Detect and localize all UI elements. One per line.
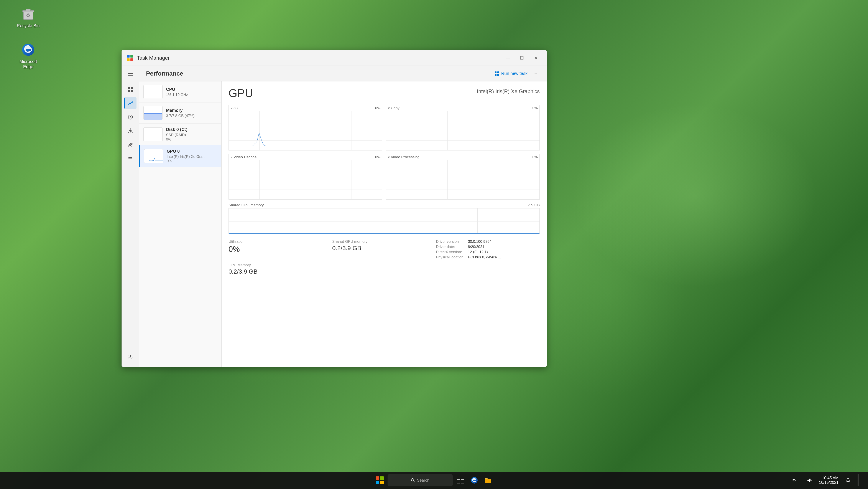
nav-history-icon[interactable] — [124, 111, 136, 123]
graph-vproc-pct: 0% — [532, 155, 538, 160]
nav-details-icon[interactable] — [124, 153, 136, 165]
mem-bar — [229, 233, 539, 234]
disk-sub2: 0% — [166, 137, 217, 142]
graph-copy-label: Copy — [391, 106, 400, 110]
task-manager-app-icon — [126, 54, 134, 62]
gpu-detail-panel: GPU Intel(R) Iris(R) Xe Graphics ∨ 3D 0% — [222, 81, 547, 367]
nav-startup-icon[interactable] — [124, 125, 136, 137]
maximize-button[interactable]: ☐ — [516, 53, 528, 63]
close-button[interactable]: ✕ — [529, 53, 542, 63]
graph-vdecode-label: Video Decode — [234, 155, 257, 160]
taskbar-explorer[interactable] — [482, 474, 494, 486]
svg-rect-10 — [128, 75, 133, 76]
info-grid: Driver version: 30.0.100.9864 Driver dat… — [436, 239, 540, 259]
graph-vdecode-pct: 0% — [375, 155, 380, 160]
svg-rect-7 — [127, 58, 129, 61]
graph-3d-pct: 0% — [375, 106, 380, 110]
driver-info: Driver version: 30.0.100.9864 Driver dat… — [436, 238, 540, 261]
utilization-stat: Utilization 0% — [228, 238, 332, 261]
device-item-gpu[interactable]: GPU 0 Intel(R) Iris(R) Xe Gra... 0% — [139, 145, 221, 167]
svg-rect-38 — [457, 481, 460, 484]
graph-video-processing: ∨ Video Processing 0% — [386, 154, 540, 200]
nav-settings-icon[interactable] — [124, 351, 136, 363]
svg-point-20 — [129, 143, 131, 145]
svg-rect-11 — [128, 77, 133, 77]
graph-3d: ∨ 3D 0% — [228, 105, 382, 150]
minimize-button[interactable]: — — [501, 53, 515, 63]
device-item-disk[interactable]: Disk 0 (C:) SSD (RAID) 0% — [139, 123, 221, 145]
svg-text:♻: ♻ — [26, 12, 30, 18]
svg-rect-2 — [26, 9, 30, 11]
network-icon[interactable] — [788, 474, 800, 486]
gpu-memory-label: GPU Memory — [228, 263, 540, 267]
desktop-icon-recycle-bin[interactable]: ♻ Recycle Bin — [13, 4, 43, 30]
desktop-icon-edge[interactable]: MicrosoftEdge — [13, 40, 43, 71]
shared-gpu-value: 0.2/3.9 GB — [332, 245, 436, 252]
shared-mem-max: 3.9 GB — [528, 203, 540, 207]
stats-grid: Utilization 0% Shared GPU memory 0.2/3.9… — [228, 238, 540, 261]
cpu-name: CPU — [166, 87, 217, 92]
svg-rect-15 — [131, 90, 133, 92]
gpu-model: Intel(R) Iris(R) Xe Graphics — [477, 88, 540, 94]
search-taskbar-icon[interactable]: Search — [388, 474, 453, 486]
device-item-cpu[interactable]: CPU 1% 1.19 GHz — [139, 81, 221, 103]
svg-rect-9 — [128, 73, 133, 74]
svg-line-35 — [413, 481, 415, 482]
shared-mem-label: Shared GPU memory — [228, 203, 264, 207]
svg-rect-27 — [497, 71, 499, 73]
disk-thumb — [144, 127, 162, 141]
main-content: Performance Run new task ··· — [122, 66, 547, 367]
memory-thumb — [144, 106, 162, 120]
start-button[interactable] — [374, 474, 386, 486]
task-manager-window: Task Manager — ☐ ✕ — [122, 50, 547, 367]
svg-rect-33 — [380, 481, 384, 484]
nav-menu-icon[interactable] — [124, 69, 136, 81]
recycle-bin-label: Recycle Bin — [17, 23, 40, 28]
volume-icon[interactable] — [803, 474, 815, 486]
notification-button[interactable] — [842, 474, 854, 486]
gpu-memory-value: 0.2/3.9 GB — [228, 268, 540, 275]
graph-copy: ∨ Copy 0% — [386, 105, 540, 150]
search-icon — [411, 478, 415, 483]
shared-mem-graph — [228, 208, 540, 234]
run-task-icon — [495, 71, 499, 76]
edge-icon — [21, 42, 36, 58]
svg-rect-41 — [485, 479, 491, 483]
taskbar-edge[interactable] — [468, 474, 480, 486]
shared-gpu-stat: Shared GPU memory 0.2/3.9 GB — [332, 238, 436, 261]
nav-processes-icon[interactable] — [124, 83, 136, 95]
task-view-button[interactable] — [455, 474, 467, 486]
disk-name: Disk 0 (C:) — [166, 127, 217, 132]
svg-rect-32 — [376, 481, 379, 484]
svg-rect-37 — [461, 477, 464, 480]
gpu-sub1: Intel(R) Iris(R) Xe Gra... — [167, 154, 217, 159]
more-options-button[interactable]: ··· — [531, 69, 540, 78]
svg-point-19 — [130, 132, 131, 133]
show-desktop-button[interactable] — [858, 474, 859, 486]
svg-rect-29 — [497, 74, 499, 76]
gpu-title: GPU — [228, 87, 477, 100]
physical-location-label: Physical location: — [436, 255, 464, 259]
content-panel: Performance Run new task ··· — [139, 66, 547, 367]
physical-location-value: PCI bus 0, device ... — [468, 255, 540, 259]
graph-copy-pct: 0% — [532, 106, 538, 110]
nav-performance-icon[interactable] — [124, 97, 136, 109]
chevron-vproc: ∨ — [388, 155, 390, 159]
svg-rect-28 — [495, 74, 496, 76]
svg-rect-13 — [131, 87, 133, 89]
run-new-task-button[interactable]: Run new task — [491, 69, 531, 78]
graph-3d-label: 3D — [234, 106, 238, 110]
taskbar-system-tray: 10:45 AM 10/15/2021 — [788, 474, 859, 486]
nav-users-icon[interactable] — [124, 139, 136, 151]
taskbar-center: Search — [374, 474, 494, 486]
gpu-header: GPU Intel(R) Iris(R) Xe Graphics — [228, 87, 540, 100]
svg-rect-26 — [495, 71, 496, 73]
utilization-label: Utilization — [228, 239, 332, 244]
memory-name: Memory — [166, 108, 217, 113]
gpu-sub2: 0% — [167, 159, 217, 163]
taskbar-clock: 10:45 AM 10/15/2021 — [819, 476, 838, 485]
svg-rect-30 — [376, 477, 379, 480]
shared-gpu-label: Shared GPU memory — [332, 239, 436, 244]
device-item-memory[interactable]: Memory 3.7/7.8 GB (47%) — [139, 103, 221, 123]
chevron-copy: ∨ — [388, 106, 390, 110]
